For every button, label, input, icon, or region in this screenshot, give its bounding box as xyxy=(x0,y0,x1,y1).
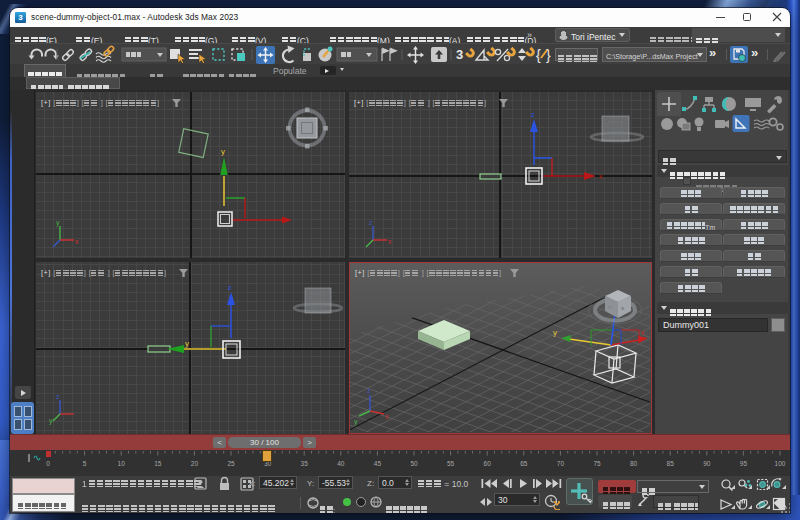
svg-text:}: } xyxy=(546,47,551,63)
svg-text:z: z xyxy=(369,219,373,226)
svg-text:z: z xyxy=(56,393,60,400)
svg-text:z: z xyxy=(228,283,232,292)
svg-text:x: x xyxy=(599,172,603,181)
svg-text:y: y xyxy=(221,147,225,156)
svg-text:x: x xyxy=(641,329,645,336)
svg-text:■: ■ xyxy=(621,305,625,311)
svg-text:y: y xyxy=(553,328,557,337)
svg-text:y: y xyxy=(56,219,60,227)
svg-text:x: x xyxy=(385,413,389,420)
svg-text:{: { xyxy=(536,47,541,63)
svg-text:■: ■ xyxy=(608,304,612,310)
svg-text:x: x xyxy=(75,238,79,245)
svg-text:x: x xyxy=(388,238,392,245)
svg-text:z: z xyxy=(531,110,535,119)
svg-text:y: y xyxy=(49,417,53,425)
svg-text:3: 3 xyxy=(456,47,463,62)
svg-text:y: y xyxy=(185,339,189,348)
svg-text:y: y xyxy=(354,418,358,426)
svg-text:z: z xyxy=(367,387,371,394)
